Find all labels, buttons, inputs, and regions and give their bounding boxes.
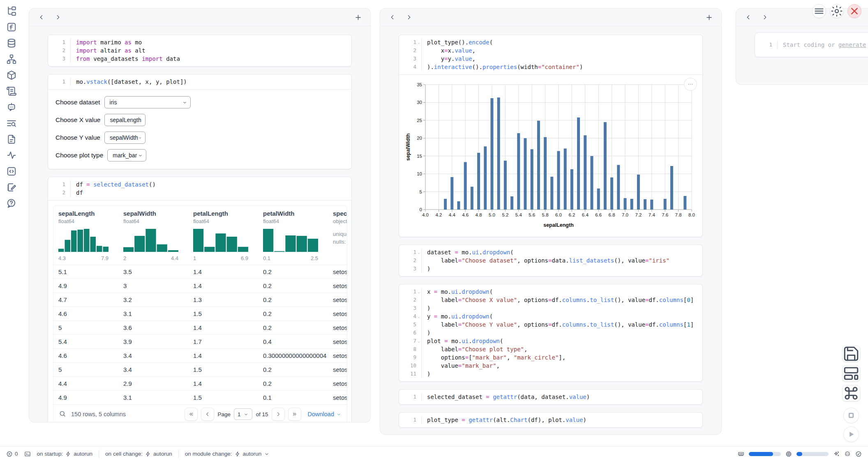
plot-cell[interactable]: 1⌄plot_type().encode(2 x=x.value,3 y=y.v…	[399, 35, 703, 237]
copilot-icon[interactable]	[844, 451, 851, 457]
scroll-left-button[interactable]	[37, 12, 46, 22]
sidebar-packages-button[interactable]	[6, 70, 17, 81]
scroll-right-button[interactable]	[760, 12, 770, 22]
close-button[interactable]	[847, 4, 861, 18]
on-cell-change-setting[interactable]: on cell change: autorun	[105, 451, 172, 457]
code-line[interactable]: x=x.value,	[421, 46, 702, 55]
fold-toggle-icon[interactable]: ⌄	[416, 337, 421, 345]
code-line[interactable]: label="Choose dataset", options=data.lis…	[421, 256, 702, 265]
sidebar-datasources-button[interactable]	[6, 38, 17, 48]
table-row[interactable]: 53.61.40.2setosa	[53, 320, 347, 334]
error-indicator[interactable]: 0	[6, 451, 18, 457]
column-header[interactable]: species objectunique:nulls:	[328, 206, 347, 265]
code-line[interactable]: plot_type = getattr(alt.Chart(df), plot.…	[421, 416, 702, 424]
code-line[interactable]: label="Choose X value", options=df.colum…	[421, 296, 702, 304]
code-line[interactable]: x = mo.ui.dropdown(	[421, 288, 702, 296]
code-line[interactable]: ).interactive().properties(width="contai…	[421, 63, 702, 71]
command-button[interactable]	[842, 385, 860, 401]
table-row[interactable]: 4.63.11.50.2setosa	[53, 307, 347, 320]
download-button[interactable]: Download	[308, 411, 342, 417]
column-header[interactable]: petalLength float64 1 6.9	[188, 206, 258, 265]
add-cell-button[interactable]	[704, 12, 714, 22]
code-line[interactable]: y = mo.ui.dropdown(	[421, 312, 702, 320]
code-line[interactable]: mo.vstack([dataset, x, y, plot])	[70, 78, 351, 86]
sidebar-help-button[interactable]	[6, 198, 17, 209]
table-row[interactable]: 4.42.91.40.2setosa	[53, 376, 347, 390]
dropdown-choose-plot-type[interactable]: mark_bar	[107, 149, 146, 161]
code-line[interactable]: label="Choose plot type",	[421, 345, 702, 353]
altair-bar-chart[interactable]: 4.04.24.44.64.85.05.25.45.65.86.06.26.46…	[404, 79, 698, 232]
fold-toggle-icon[interactable]: ⌄	[416, 248, 421, 256]
settings-button[interactable]	[830, 4, 844, 18]
table-search-button[interactable]	[59, 410, 66, 419]
code-line[interactable]: import marimo as mo	[70, 38, 351, 46]
vstack-cell[interactable]: 1mo.vstack([dataset, x, y, plot]) Choose…	[48, 74, 352, 169]
column-header[interactable]: sepalWidth float64 2 4.4	[118, 206, 188, 265]
code-line[interactable]: selected_dataset = getattr(data, dataset…	[421, 393, 702, 401]
table-row[interactable]: 53.41.50.2setosa	[53, 362, 347, 376]
code-line[interactable]: value="mark_bar",	[421, 362, 702, 370]
table-row[interactable]: 4.93.11.50.1setosa	[53, 390, 347, 404]
column-header[interactable]: sepalLength float64 4.3 7.9	[53, 206, 118, 265]
code-line[interactable]: options=["mark_bar", "mark_circle"],	[421, 353, 702, 362]
code-line[interactable]: from vega_datasets import data	[70, 55, 351, 63]
sidebar-file-explorer-button[interactable]	[6, 6, 17, 16]
on-module-change-setting[interactable]: on module change: autorun	[185, 451, 270, 457]
dataframe-cell[interactable]: 1df = selected_dataset()2df sepalLength …	[48, 177, 352, 422]
menu-button[interactable]	[812, 4, 826, 18]
code-line[interactable]: df = selected_dataset()	[70, 180, 351, 189]
table-row[interactable]: 5.43.91.70.4setosa	[53, 334, 347, 348]
first-page-button[interactable]	[185, 408, 198, 421]
table-row[interactable]: 5.13.51.40.2setosa	[53, 265, 347, 279]
prev-page-button[interactable]	[201, 408, 214, 421]
sidebar-notebook-edit-button[interactable]	[6, 182, 17, 193]
table-row[interactable]: 4.931.40.2setosa	[53, 279, 347, 293]
imports-cell[interactable]: 1import marimo as mo2import altair as al…	[48, 35, 352, 67]
dropdown-choose-y-value[interactable]: sepalWidth	[104, 131, 145, 144]
next-page-button[interactable]	[272, 408, 285, 421]
layout-button[interactable]	[842, 365, 860, 382]
code-line[interactable]: label="Choose Y value", options=df.colum…	[421, 320, 702, 329]
last-page-button[interactable]	[288, 408, 301, 421]
plot-type-cell[interactable]: 1plot_type = getattr(alt.Chart(df), plot…	[399, 412, 703, 428]
xy-plot-dropdowns-cell[interactable]: 1⌄x = mo.ui.dropdown(2 label="Choose X v…	[399, 284, 703, 382]
dataset-dropdown-cell[interactable]: 1⌄dataset = mo.ui.dropdown(2 label="Choo…	[399, 244, 703, 277]
table-row[interactable]: 4.73.21.30.2setosa	[53, 293, 347, 307]
ai-sparkles-icon[interactable]	[833, 451, 840, 457]
sidebar-ai-chat-button[interactable]	[6, 102, 17, 113]
chart-menu-button[interactable]	[684, 78, 697, 91]
terminal-button[interactable]	[24, 451, 31, 457]
add-cell-button[interactable]	[353, 12, 363, 22]
page-select[interactable]: 1	[234, 408, 253, 420]
scroll-left-button[interactable]	[743, 12, 753, 22]
sidebar-scratchpad-button[interactable]	[6, 166, 17, 177]
scroll-right-button[interactable]	[404, 12, 414, 22]
stop-button[interactable]	[843, 408, 859, 423]
code-editor[interactable]: Start coding or generate with	[777, 41, 868, 49]
code-line[interactable]: df	[70, 189, 351, 197]
scroll-right-button[interactable]	[53, 12, 63, 22]
connection-status-icon[interactable]	[855, 451, 862, 457]
code-line[interactable]: )	[421, 265, 702, 273]
code-line[interactable]: plot_type().encode(	[421, 38, 702, 46]
new-cell[interactable]: 1Start coding or generate with	[755, 32, 868, 57]
sidebar-logs-button[interactable]	[6, 86, 17, 97]
play-button[interactable]	[843, 426, 859, 442]
code-line[interactable]: y=y.value,	[421, 55, 702, 63]
column-header[interactable]: petalWidth float64 0.1 2.5	[258, 206, 328, 265]
sidebar-snippets-button[interactable]	[6, 134, 17, 145]
fold-toggle-icon[interactable]: ⌄	[416, 288, 421, 296]
selected-dataset-cell[interactable]: 1selected_dataset = getattr(data, datase…	[399, 389, 703, 405]
sidebar-outline-search-button[interactable]	[6, 118, 17, 129]
sidebar-tracing-button[interactable]	[6, 150, 17, 161]
code-line[interactable]: )	[421, 370, 702, 378]
code-line[interactable]: )	[421, 329, 702, 337]
sidebar-functions-button[interactable]	[6, 22, 17, 32]
code-line[interactable]: dataset = mo.ui.dropdown(	[421, 248, 702, 256]
on-startup-setting[interactable]: on startup: autorun	[37, 451, 93, 457]
code-line[interactable]: import altair as alt	[70, 46, 351, 55]
table-row[interactable]: 4.63.41.40.30000000000000004setosa	[53, 348, 347, 362]
code-line[interactable]: )	[421, 304, 702, 312]
sidebar-dependencies-button[interactable]	[6, 54, 17, 65]
fold-toggle-icon[interactable]: ⌄	[416, 312, 421, 320]
